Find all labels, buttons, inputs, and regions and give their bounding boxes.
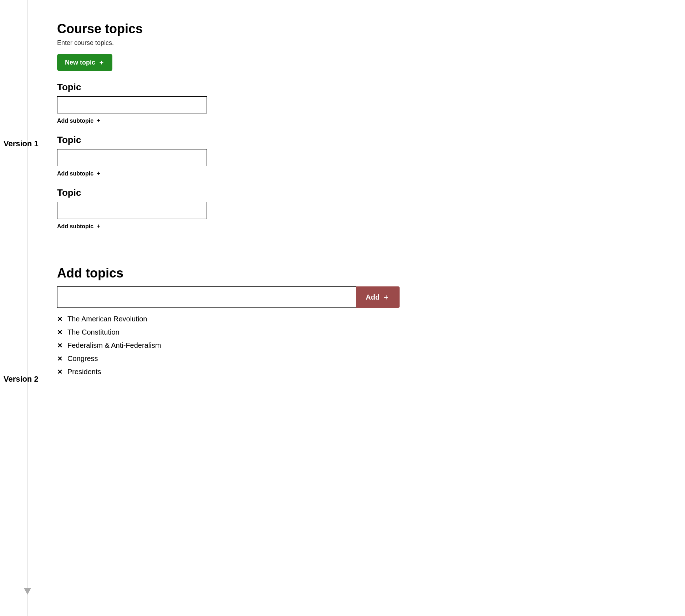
topic-label-2: Topic <box>57 134 685 146</box>
topic-input-1[interactable] <box>57 96 207 113</box>
page-subtitle: Enter course topics. <box>57 39 685 47</box>
add-subtopic-label-2: Add subtopic <box>57 170 93 177</box>
list-item: ✕ Federalism & Anti-Federalism <box>57 341 685 350</box>
topic-item-4: Congress <box>67 355 98 363</box>
add-subtopic-link-2[interactable]: Add subtopic ＋ <box>57 170 101 177</box>
topic-block-1: Topic Add subtopic ＋ <box>57 82 685 124</box>
add-subtopic-label-1: Add subtopic <box>57 118 93 124</box>
version1-section: Course topics Enter course topics. New t… <box>57 21 685 230</box>
topic-item-3: Federalism & Anti-Federalism <box>67 341 161 350</box>
timeline-arrow <box>24 588 31 595</box>
list-item: ✕ The Constitution <box>57 328 685 336</box>
topic-input-3[interactable] <box>57 202 207 219</box>
topic-item-5: Presidents <box>67 368 101 376</box>
plus-icon-subtopic-3: ＋ <box>96 223 101 230</box>
add-subtopic-label-3: Add subtopic <box>57 223 93 230</box>
add-subtopic-link-1[interactable]: Add subtopic ＋ <box>57 117 101 124</box>
topic-item-2: The Constitution <box>67 328 120 336</box>
add-topics-row: Add ＋ <box>57 286 400 308</box>
new-topic-button-label: New topic <box>65 59 95 66</box>
version1-label: Version 1 <box>4 139 39 148</box>
remove-icon-5[interactable]: ✕ <box>57 368 62 376</box>
plus-icon-subtopic-1: ＋ <box>96 117 101 124</box>
topics-list: ✕ The American Revolution ✕ The Constitu… <box>57 315 685 376</box>
remove-icon-4[interactable]: ✕ <box>57 355 62 363</box>
topic-block-3: Topic Add subtopic ＋ <box>57 187 685 230</box>
remove-icon-3[interactable]: ✕ <box>57 342 62 350</box>
add-topics-title: Add topics <box>57 266 685 281</box>
add-plus-icon: ＋ <box>382 292 390 302</box>
version2-section: Add topics Add ＋ ✕ The American Revoluti… <box>57 266 685 376</box>
plus-icon-subtopic-2: ＋ <box>96 170 101 177</box>
add-topics-input[interactable] <box>57 286 356 308</box>
version2-label: Version 2 <box>4 375 39 384</box>
topic-label-3: Topic <box>57 187 685 198</box>
add-subtopic-link-3[interactable]: Add subtopic ＋ <box>57 223 101 230</box>
list-item: ✕ Presidents <box>57 368 685 376</box>
timeline-line <box>27 0 27 616</box>
topic-block-2: Topic Add subtopic ＋ <box>57 134 685 177</box>
topic-input-2[interactable] <box>57 149 207 166</box>
topic-item-1: The American Revolution <box>67 315 147 323</box>
add-button-label: Add <box>366 293 380 301</box>
list-item: ✕ The American Revolution <box>57 315 685 323</box>
page-title: Course topics <box>57 21 685 36</box>
plus-icon: ＋ <box>98 58 105 67</box>
add-button[interactable]: Add ＋ <box>356 286 400 308</box>
remove-icon-2[interactable]: ✕ <box>57 329 62 336</box>
topic-label-1: Topic <box>57 82 685 93</box>
remove-icon-1[interactable]: ✕ <box>57 315 62 323</box>
new-topic-button[interactable]: New topic ＋ <box>57 54 112 71</box>
list-item: ✕ Congress <box>57 355 685 363</box>
